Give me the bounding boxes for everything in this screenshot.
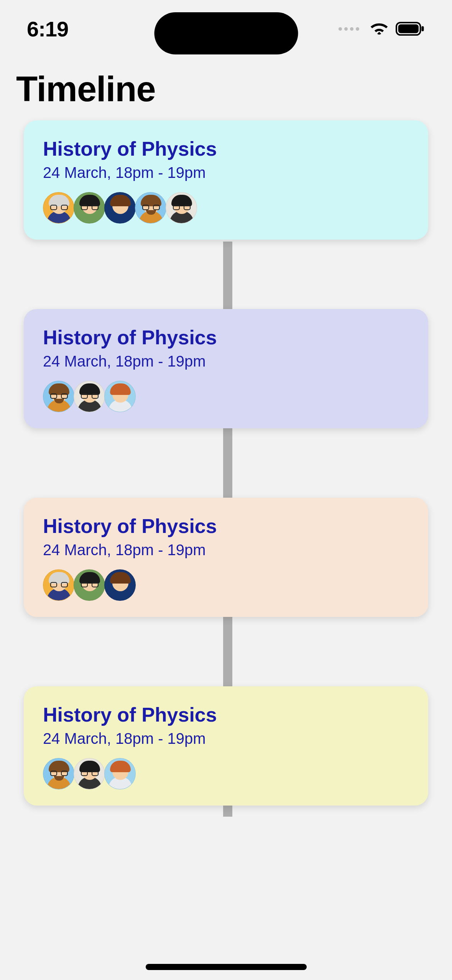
card-avatars [43,758,409,789]
wifi-icon [369,21,389,36]
avatar-6 [104,758,136,789]
status-icons [339,21,425,36]
avatar-3 [104,569,136,601]
avatar-4 [135,192,166,224]
timeline-card[interactable]: History of Physics24 March, 18pm - 19pm [24,120,428,240]
dynamic-island [154,12,298,54]
card-title: History of Physics [43,515,409,538]
card-title: History of Physics [43,703,409,726]
timeline-card[interactable]: History of Physics24 March, 18pm - 19pm [24,686,428,806]
battery-icon [395,21,425,36]
card-subtitle: 24 March, 18pm - 19pm [43,730,409,747]
avatar-2 [74,192,105,224]
svg-rect-1 [398,25,419,33]
card-title: History of Physics [43,137,409,160]
card-subtitle: 24 March, 18pm - 19pm [43,164,409,181]
avatar-3 [104,192,136,224]
card-subtitle: 24 March, 18pm - 19pm [43,541,409,559]
card-avatars [43,569,409,601]
avatar-1 [43,569,74,601]
svg-rect-2 [421,26,424,31]
card-title: History of Physics [43,326,409,349]
avatar-5 [74,381,105,412]
card-avatars [43,192,409,224]
timeline-card[interactable]: History of Physics24 March, 18pm - 19pm [24,309,428,428]
page-title: Timeline [16,69,156,109]
avatar-4 [43,758,74,789]
avatar-6 [104,381,136,412]
cellular-icon [339,27,359,31]
card-subtitle: 24 March, 18pm - 19pm [43,353,409,370]
avatar-1 [43,192,74,224]
timeline-list[interactable]: History of Physics24 March, 18pm - 19pmH… [0,120,452,806]
card-avatars [43,381,409,412]
avatar-4 [43,381,74,412]
avatar-5 [166,192,197,224]
timeline-card[interactable]: History of Physics24 March, 18pm - 19pm [24,498,428,617]
avatar-2 [74,569,105,601]
home-indicator [146,964,307,970]
avatar-5 [74,758,105,789]
status-time: 6:19 [27,16,68,41]
status-bar: 6:19 [0,0,452,58]
